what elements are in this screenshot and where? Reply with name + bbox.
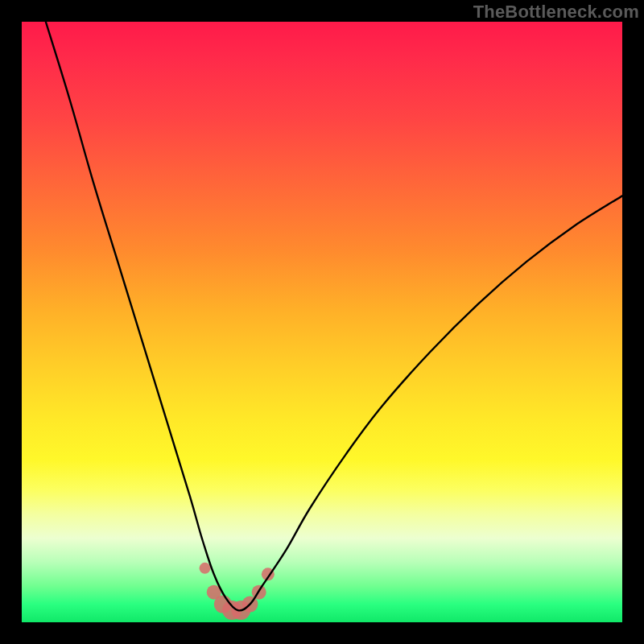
outer-frame: TheBottleneck.com — [0, 0, 644, 644]
watermark-text: TheBottleneck.com — [473, 2, 639, 23]
chart-svg — [22, 22, 622, 622]
plot-area — [22, 22, 622, 622]
highlight-marker — [200, 563, 211, 574]
bottleneck-curve — [46, 22, 622, 610]
highlight-marker-group — [200, 563, 275, 620]
